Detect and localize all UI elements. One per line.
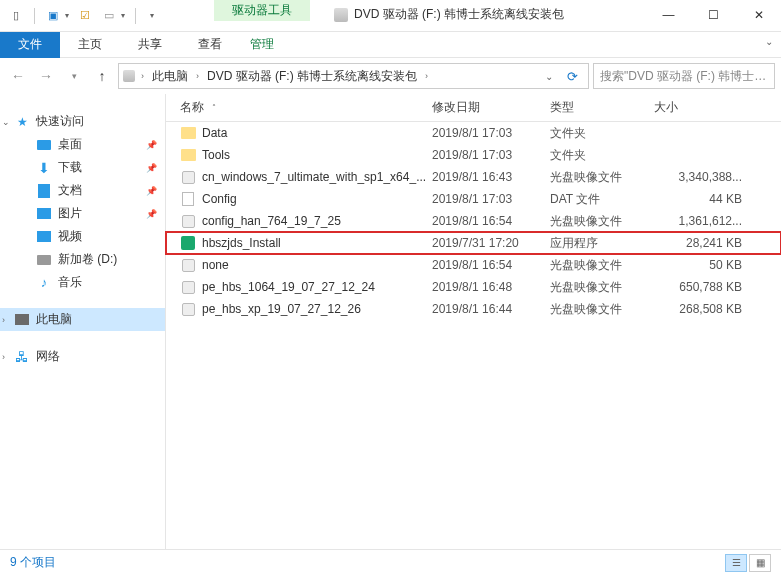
file-date: 2019/8/1 16:48 <box>432 280 550 294</box>
tab-share[interactable]: 共享 <box>120 32 180 58</box>
column-date[interactable]: 修改日期 <box>432 99 550 116</box>
refresh-icon[interactable]: ⟳ <box>561 69 584 84</box>
file-row[interactable]: pe_hbs_xp_19_07_27_12_262019/8/1 16:44光盘… <box>166 298 781 320</box>
nav-label: 视频 <box>58 228 82 245</box>
expand-icon[interactable]: › <box>2 315 5 325</box>
qat-customize-icon[interactable]: ▾ <box>150 11 154 20</box>
nav-network[interactable]: › 🖧 网络 <box>0 345 165 368</box>
nav-quick-access[interactable]: ⌄ ★ 快速访问 <box>0 110 165 133</box>
file-row[interactable]: pe_hbs_1064_19_07_27_12_242019/8/1 16:48… <box>166 276 781 298</box>
nav-label: 下载 <box>58 159 82 176</box>
breadcrumb-drive[interactable]: DVD 驱动器 (F:) 韩博士系统离线安装包 <box>205 66 419 87</box>
file-row[interactable]: Data2019/8/1 17:03文件夹 <box>166 122 781 144</box>
file-row[interactable]: config_han_764_19_7_252019/8/1 16:54光盘映像… <box>166 210 781 232</box>
file-name: config_han_764_19_7_25 <box>202 214 341 228</box>
chevron-right-icon[interactable]: › <box>194 71 201 81</box>
desktop-icon <box>37 140 51 150</box>
separator <box>135 8 136 24</box>
dropdown-icon[interactable]: ▾ <box>121 11 125 20</box>
back-button[interactable]: ← <box>6 64 30 88</box>
nav-label: 文档 <box>58 182 82 199</box>
address-dropdown-icon[interactable]: ⌄ <box>541 71 557 82</box>
column-size[interactable]: 大小 <box>654 99 781 116</box>
file-size: 50 KB <box>654 258 754 272</box>
iso-icon <box>182 303 195 316</box>
tab-view[interactable]: 查看 <box>180 32 240 58</box>
pin-icon: 📌 <box>146 140 157 150</box>
tab-manage[interactable]: 管理 <box>232 32 292 58</box>
tab-file[interactable]: 文件 <box>0 32 60 58</box>
pc-icon <box>15 314 29 325</box>
drive-icon <box>123 70 135 82</box>
file-name: pe_hbs_1064_19_07_27_12_24 <box>202 280 375 294</box>
dropdown-icon[interactable]: ▾ <box>65 11 69 20</box>
file-date: 2019/8/1 16:54 <box>432 258 550 272</box>
file-name: Data <box>202 126 227 140</box>
nav-label: 桌面 <box>58 136 82 153</box>
folder-icon <box>181 149 196 161</box>
column-name[interactable]: 名称˄ <box>180 99 432 116</box>
view-details-button[interactable]: ☰ <box>725 554 747 572</box>
properties-icon[interactable]: ▣ <box>45 8 61 24</box>
file-row[interactable]: Tools2019/8/1 17:03文件夹 <box>166 144 781 166</box>
view-large-icons-button[interactable]: ▦ <box>749 554 771 572</box>
pin-icon: 📌 <box>146 209 157 219</box>
chevron-right-icon[interactable]: › <box>423 71 430 81</box>
expand-icon[interactable]: › <box>2 352 5 362</box>
file-size: 28,241 KB <box>654 236 754 250</box>
iso-icon <box>182 281 195 294</box>
nav-downloads[interactable]: ⬇下载📌 <box>0 156 165 179</box>
nav-newvol[interactable]: 新加卷 (D:) <box>0 248 165 271</box>
recent-dropdown[interactable]: ▾ <box>62 64 86 88</box>
close-button[interactable]: ✕ <box>736 0 781 30</box>
file-row[interactable]: hbszjds_Install2019/7/31 17:20应用程序28,241… <box>166 232 781 254</box>
collapse-icon[interactable]: ⌄ <box>2 117 10 127</box>
file-date: 2019/8/1 17:03 <box>432 192 550 206</box>
music-icon: ♪ <box>36 275 52 291</box>
file-row[interactable]: cn_windows_7_ultimate_with_sp1_x64_...20… <box>166 166 781 188</box>
chevron-right-icon[interactable]: › <box>139 71 146 81</box>
minimize-button[interactable]: ― <box>646 0 691 30</box>
file-row[interactable]: Config2019/8/1 17:03DAT 文件44 KB <box>166 188 781 210</box>
pin-icon: 📌 <box>146 163 157 173</box>
separator <box>34 8 35 24</box>
file-type: 光盘映像文件 <box>550 169 654 186</box>
file-name: pe_hbs_xp_19_07_27_12_26 <box>202 302 361 316</box>
file-row[interactable]: none2019/8/1 16:54光盘映像文件50 KB <box>166 254 781 276</box>
nav-label: 此电脑 <box>36 311 72 328</box>
network-icon: 🖧 <box>14 349 30 365</box>
star-icon: ★ <box>14 114 30 130</box>
document-icon <box>38 184 50 198</box>
file-type: 光盘映像文件 <box>550 213 654 230</box>
file-name: hbszjds_Install <box>202 236 281 250</box>
window-title-text: DVD 驱动器 (F:) 韩博士系统离线安装包 <box>354 6 564 23</box>
forward-button[interactable]: → <box>34 64 58 88</box>
nav-documents[interactable]: 文档📌 <box>0 179 165 202</box>
tab-home[interactable]: 主页 <box>60 32 120 58</box>
sort-asc-icon: ˄ <box>212 103 216 112</box>
pin-icon: 📌 <box>146 186 157 196</box>
picture-icon <box>37 208 51 219</box>
nav-pictures[interactable]: 图片📌 <box>0 202 165 225</box>
folder-icon <box>181 127 196 139</box>
nav-videos[interactable]: 视频 <box>0 225 165 248</box>
maximize-button[interactable]: ☐ <box>691 0 736 30</box>
file-date: 2019/8/1 17:03 <box>432 148 550 162</box>
nav-label: 新加卷 (D:) <box>58 251 117 268</box>
nav-thispc[interactable]: › 此电脑 <box>0 308 165 331</box>
dat-icon <box>182 192 194 206</box>
up-button[interactable]: ↑ <box>90 64 114 88</box>
file-name: Config <box>202 192 237 206</box>
search-input[interactable]: 搜索"DVD 驱动器 (F:) 韩博士… <box>593 63 775 89</box>
file-type: 光盘映像文件 <box>550 257 654 274</box>
address-bar[interactable]: › 此电脑 › DVD 驱动器 (F:) 韩博士系统离线安装包 › ⌄ ⟳ <box>118 63 589 89</box>
checkbox-icon[interactable]: ☑ <box>77 8 93 24</box>
new-folder-icon[interactable]: ▭ <box>101 8 117 24</box>
expand-ribbon-icon[interactable]: ⌄ <box>765 36 773 47</box>
video-icon <box>37 231 51 242</box>
column-type[interactable]: 类型 <box>550 99 654 116</box>
nav-desktop[interactable]: 桌面📌 <box>0 133 165 156</box>
nav-music[interactable]: ♪音乐 <box>0 271 165 294</box>
breadcrumb-thispc[interactable]: 此电脑 <box>150 66 190 87</box>
file-size: 650,788 KB <box>654 280 754 294</box>
